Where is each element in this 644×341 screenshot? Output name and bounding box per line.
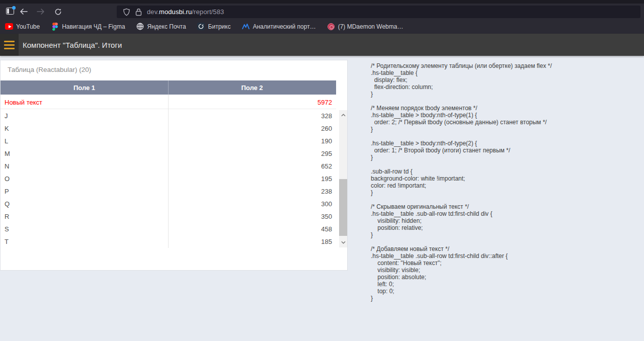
row-label: Q <box>1 200 210 208</box>
scroll-down-button[interactable] <box>339 237 347 247</box>
scroll-up-button[interactable] <box>339 110 347 120</box>
chevron-down-icon <box>341 241 346 244</box>
mdaemon-icon <box>327 23 335 31</box>
row-label: J <box>1 112 210 120</box>
notification-dot <box>12 6 16 10</box>
url-host: modusbi.ru <box>159 8 192 16</box>
bookmark-analytics-portal[interactable]: Аналитический порт… <box>242 23 315 31</box>
bookmark-label: Яндекс Почта <box>147 23 186 30</box>
figma-icon <box>51 23 59 31</box>
row-value: 185 <box>210 238 336 245</box>
table-panel-title: Таблица (Reactabular) (20) <box>8 66 91 73</box>
url-path: /report/583 <box>192 8 224 16</box>
bookmark-label: (7) MDaemon Webma… <box>338 23 404 30</box>
reload-button[interactable] <box>53 7 62 16</box>
row-value: 652 <box>210 162 336 170</box>
url-subdomain: dev. <box>147 8 159 16</box>
table-scrollbar[interactable] <box>339 110 347 247</box>
browser-tabstrip <box>0 0 644 4</box>
scrollbar-thumb[interactable] <box>339 179 347 236</box>
back-arrow-icon <box>20 8 28 15</box>
page-title: Компонент "Таблица". Итоги <box>23 34 122 56</box>
back-button[interactable] <box>19 7 28 16</box>
row-label: S <box>1 225 210 233</box>
row-value: 458 <box>210 225 336 233</box>
hamburger-menu-button[interactable] <box>0 34 19 56</box>
row-value: 238 <box>210 188 336 195</box>
shield-icon <box>123 8 130 16</box>
app-header: Компонент "Таблица". Итоги <box>0 34 644 56</box>
globe-icon <box>136 23 144 31</box>
row-label: M <box>1 150 210 157</box>
forward-arrow-icon <box>37 8 45 15</box>
reload-icon <box>54 8 62 16</box>
url-text: dev.modusbi.ru/report/583 <box>147 8 224 16</box>
row-label: P <box>1 188 210 195</box>
row-label: R <box>1 213 210 220</box>
row-value: 260 <box>210 125 336 132</box>
bookmark-label: Битрикс <box>208 23 231 30</box>
row-value: 328 <box>210 112 336 120</box>
bookmark-label: YouTube <box>16 23 40 30</box>
row-value: 190 <box>210 137 336 145</box>
row-value: 195 <box>210 175 336 183</box>
bitrix-icon <box>197 23 205 31</box>
column-header-pole1[interactable]: Поле 1 <box>1 80 168 95</box>
hamburger-icon <box>4 41 15 42</box>
screen: dev.modusbi.ru/report/583 YouTube Навига… <box>0 0 644 341</box>
bookmark-label: Аналитический порт… <box>253 23 315 30</box>
row-value: 350 <box>210 213 336 220</box>
css-code-block: /* Родительскому элементу таблицы (или о… <box>371 62 552 302</box>
table-header-row: Поле 1 Поле 2 <box>1 80 336 95</box>
url-bar[interactable]: dev.modusbi.ru/report/583 <box>117 6 640 18</box>
row-label: O <box>1 175 210 183</box>
youtube-icon <box>5 23 13 31</box>
column-separator <box>168 95 169 248</box>
bookmark-youtube[interactable]: YouTube <box>5 23 40 31</box>
bookmark-mdaemon[interactable]: (7) MDaemon Webma… <box>327 23 404 31</box>
bookmarks-bar: YouTube Навигация ЧД – Figma Яндекс Почт… <box>0 19 644 34</box>
row-label: N <box>1 162 210 170</box>
row-label: L <box>1 137 210 145</box>
bookmark-label: Навигация ЧД – Figma <box>62 23 125 30</box>
sidebar-toggle-fill <box>7 9 9 14</box>
table-panel: Таблица (Reactabular) (20) Поле 1 Поле 2… <box>0 60 348 271</box>
totals-label: Новый текст <box>1 99 210 106</box>
bookmark-yandex-mail[interactable]: Яндекс Почта <box>136 23 186 31</box>
bookmark-figma[interactable]: Навигация ЧД – Figma <box>51 23 125 31</box>
row-value: 295 <box>210 150 336 157</box>
totals-value: 5972 <box>210 99 336 106</box>
browser-toolbar: dev.modusbi.ru/report/583 <box>0 4 644 19</box>
sidebar-toggle-icon[interactable] <box>6 8 14 15</box>
row-value: 300 <box>210 200 336 208</box>
chevron-up-icon <box>341 114 346 117</box>
bookmark-bitrix[interactable]: Битрикс <box>197 23 231 31</box>
analytics-icon <box>242 23 250 31</box>
row-label: K <box>1 125 210 132</box>
forward-button[interactable] <box>36 7 45 16</box>
column-header-pole2[interactable]: Поле 2 <box>168 80 336 95</box>
row-label: T <box>1 238 210 245</box>
lock-icon <box>135 8 142 16</box>
